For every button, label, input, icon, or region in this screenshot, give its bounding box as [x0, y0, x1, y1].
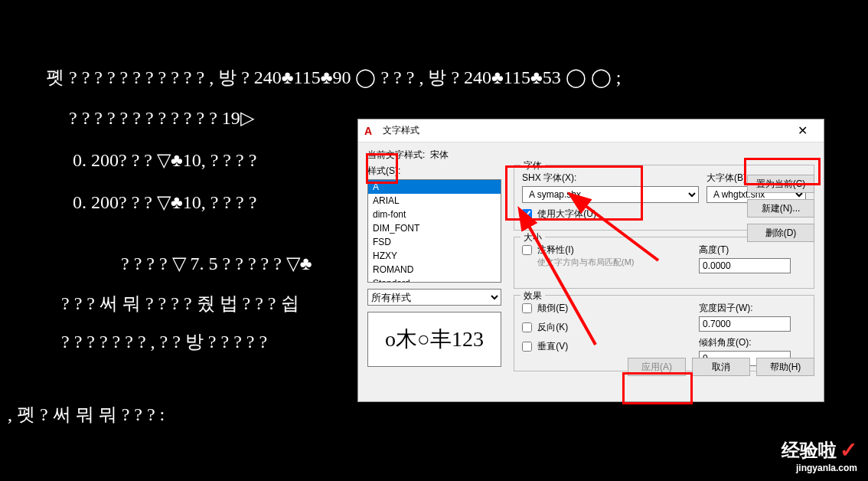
bg-cad-text: 0. 200? ? ? ▽♣10, ? ? ? ?: [73, 149, 256, 171]
width-factor-label: 宽度因子(W):: [699, 302, 806, 315]
oblique-label: 倾斜角度(O):: [699, 336, 806, 349]
bg-cad-text: ? ? ? ? ? ? ? , ? ? 방 ? ? ? ? ?: [61, 329, 267, 354]
font-group-title: 字体: [520, 159, 545, 172]
effects-group-title: 效果: [520, 290, 545, 303]
size-group-title: 大小: [520, 231, 545, 244]
style-filter-select[interactable]: 所有样式: [367, 289, 501, 306]
autocad-icon: A: [364, 125, 377, 137]
bg-cad-text: , 폣 ? 써 뭐 뭐 ? ? ? :: [8, 402, 165, 427]
styles-label: 样式(S):: [367, 165, 501, 178]
list-item[interactable]: FSD: [368, 235, 501, 249]
width-factor-input[interactable]: [699, 316, 791, 332]
list-item[interactable]: ROMAND: [368, 263, 501, 276]
list-item[interactable]: HZXY: [368, 249, 501, 263]
vertical-row[interactable]: 垂直(V): [522, 340, 684, 353]
bg-cad-text: ? ? ? ? ▽ 7. 5 ? ? ? ? ? ▽♣: [121, 253, 312, 274]
upside-down-checkbox[interactable]: [522, 303, 532, 313]
use-big-font-label: 使用大字体(U): [537, 208, 596, 219]
dialog-title: 文字样式: [383, 124, 787, 137]
shx-font-combo[interactable]: A symap.shx: [522, 186, 699, 203]
use-big-font-checkbox[interactable]: [522, 209, 532, 219]
list-item[interactable]: ARIAL: [368, 194, 501, 208]
height-input[interactable]: [699, 258, 791, 273]
bg-cad-text: 폣 ? ? ? ? ? ? ? ? ? ? ? , 방 ? 240♣115♣90…: [46, 65, 621, 90]
checkmark-icon: ✓: [840, 437, 857, 463]
new-button[interactable]: 新建(N)...: [747, 199, 814, 218]
watermark: 经验啦✓ jingyanla.com: [782, 437, 857, 473]
bg-cad-text: ? ? ? ? ? ? ? ? ? ? ? ? 19▷: [69, 107, 254, 129]
apply-button[interactable]: 应用(A): [628, 358, 686, 376]
list-item[interactable]: dim-font: [368, 208, 501, 221]
list-item[interactable]: A: [368, 180, 501, 194]
annotative-label: 注释性(I): [537, 244, 573, 255]
height-label: 高度(T): [699, 244, 806, 257]
annotative-checkbox[interactable]: [522, 245, 532, 255]
text-style-dialog: A 文字样式 ✕ 当前文字样式: 宋体 样式(S): A ARIAL dim-f…: [357, 119, 824, 402]
list-item[interactable]: DIM_FONT: [368, 221, 501, 235]
preview-box: o木○丰123: [367, 312, 501, 367]
set-current-button[interactable]: 置为当前(C): [747, 175, 814, 193]
delete-button[interactable]: 删除(D): [747, 224, 814, 242]
annotative-row[interactable]: 注释性(I): [522, 244, 684, 257]
style-list[interactable]: A ARIAL dim-font DIM_FONT FSD HZXY ROMAN…: [367, 179, 501, 283]
cancel-button[interactable]: 取消: [692, 358, 750, 376]
match-orient-label: 使文字方向与布局匹配(M): [537, 257, 684, 267]
backwards-checkbox[interactable]: [522, 322, 532, 332]
bg-cad-text: ? ? ? 써 뭐 ? ? ? ? 줬 법 ? ? ? 쉽: [61, 291, 299, 316]
close-icon[interactable]: ✕: [787, 120, 817, 142]
vertical-checkbox[interactable]: [522, 342, 532, 352]
list-item[interactable]: Standard: [368, 276, 501, 283]
upside-down-row[interactable]: 颠倒(E): [522, 302, 684, 315]
dialog-titlebar[interactable]: A 文字样式 ✕: [358, 119, 824, 142]
help-button[interactable]: 帮助(H): [756, 358, 814, 376]
backwards-row[interactable]: 反向(K): [522, 321, 684, 334]
bg-cad-text: 0. 200? ? ? ▽♣10, ? ? ? ?: [73, 191, 256, 213]
current-style-label: 当前文字样式: 宋体: [367, 149, 814, 162]
shx-font-label: SHX 字体(X):: [522, 172, 699, 185]
